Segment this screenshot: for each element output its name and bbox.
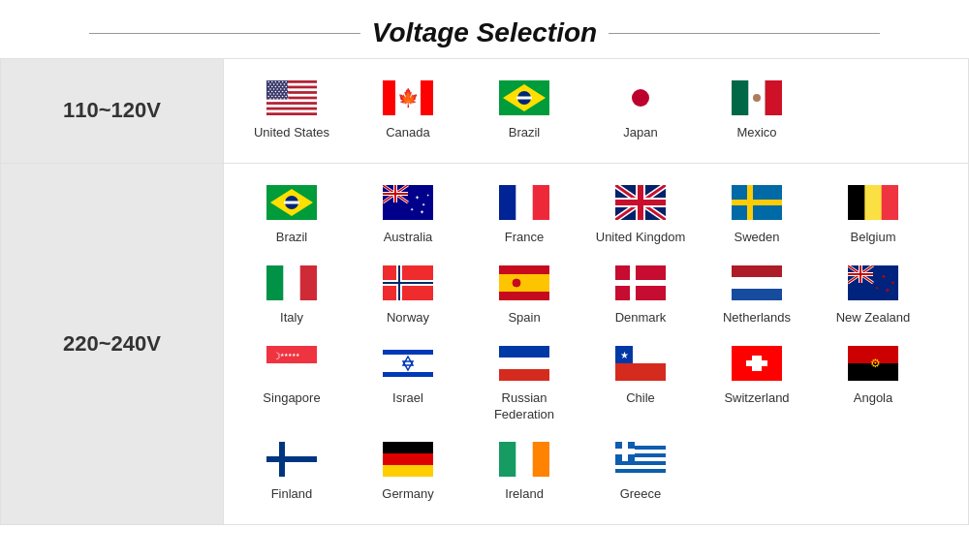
country-name-br: Brazil: [509, 125, 541, 141]
country-name-nz: New Zealand: [836, 310, 911, 327]
svg-point-30: [284, 88, 286, 90]
svg-text:✦: ✦: [420, 209, 424, 215]
svg-point-41: [280, 93, 282, 95]
country-name-cl: Chile: [626, 390, 655, 407]
flag-es: [499, 265, 549, 310]
country-item-sg: ☽ ★★★★★ Singapore: [234, 340, 350, 429]
svg-point-46: [275, 96, 277, 98]
country-item-es: Spain: [466, 260, 582, 332]
svg-rect-116: [383, 282, 433, 284]
flag-gr: [615, 442, 666, 486]
svg-point-18: [284, 83, 286, 85]
flag-us: [266, 80, 317, 125]
country-name-ch: Switzerland: [724, 390, 789, 407]
svg-rect-151: [499, 346, 549, 358]
svg-point-57: [271, 101, 273, 103]
svg-point-42: [284, 93, 286, 95]
country-name-gr: Greece: [620, 486, 662, 503]
country-name-ca: Canada: [386, 125, 430, 141]
svg-point-34: [275, 91, 277, 93]
country-name-fi: Finland: [271, 486, 313, 503]
svg-rect-145: [383, 350, 433, 355]
svg-rect-125: [732, 265, 782, 277]
country-name-au: Australia: [384, 230, 433, 246]
country-name-mx: Mexico: [736, 125, 776, 141]
flag-jp: [615, 80, 666, 125]
svg-text:★: ★: [620, 350, 629, 360]
flag-fr: [499, 185, 549, 230]
svg-rect-6: [266, 109, 317, 112]
svg-point-12: [282, 81, 284, 83]
country-name-it: Italy: [280, 310, 303, 327]
flag-de: [383, 442, 433, 486]
country-item-ru: Russian Federation: [466, 340, 582, 429]
svg-rect-167: [383, 442, 433, 453]
svg-point-45: [271, 96, 273, 98]
svg-text:✦: ✦: [885, 287, 891, 294]
svg-text:🍁: 🍁: [397, 87, 420, 109]
svg-rect-179: [615, 449, 635, 454]
country-name-ao: Angola: [854, 390, 892, 407]
page-title-container: Voltage Selection: [0, 0, 969, 58]
svg-point-23: [278, 86, 280, 88]
flag-nl: [732, 265, 782, 310]
country-item-us: United States: [234, 75, 350, 147]
svg-text:✦: ✦: [422, 202, 425, 207]
svg-rect-93: [499, 185, 516, 220]
country-item-no: Norway: [350, 260, 466, 332]
svg-rect-170: [499, 442, 516, 477]
country-name-gb: United Kingdom: [596, 230, 686, 246]
svg-point-53: [280, 98, 282, 100]
country-item-ie: Ireland: [466, 436, 582, 509]
flag-ru: [499, 346, 549, 390]
svg-point-24: [282, 86, 284, 88]
voltage-row-1: 220~240V Brazil ✦ ✦ ✦ ✦ ✦ Australia: [1, 163, 969, 524]
country-name-ie: Ireland: [505, 486, 544, 503]
country-item-jp: Japan: [582, 75, 699, 147]
country-name-es: Spain: [508, 310, 540, 327]
svg-rect-111: [266, 265, 283, 300]
country-name-no: Norway: [387, 310, 429, 327]
svg-rect-107: [848, 185, 864, 220]
flag-it: [266, 265, 317, 310]
country-item-ca: 🍁 Canada: [350, 75, 466, 147]
country-item-mx: Mexico: [699, 75, 815, 147]
svg-point-56: [267, 101, 269, 103]
country-item-gb: United Kingdom: [582, 179, 699, 252]
svg-point-16: [276, 83, 278, 85]
country-item-nz: ✦ ✦ ✦ ✦ New Zealand: [815, 260, 931, 332]
svg-rect-5: [266, 105, 317, 108]
country-name-il: Israel: [392, 390, 423, 407]
countries-cell-1: Brazil ✦ ✦ ✦ ✦ ✦ Australia France: [224, 163, 969, 524]
flag-se: [732, 185, 782, 230]
country-item-il: Israel: [350, 340, 466, 429]
svg-point-11: [278, 81, 280, 83]
svg-point-43: [287, 93, 289, 95]
svg-point-49: [285, 96, 287, 98]
flag-br: [266, 185, 317, 230]
country-item-nl: Netherlands: [699, 260, 815, 332]
svg-point-8: [267, 81, 269, 83]
country-item-ao: ⚙ Angola: [815, 340, 931, 429]
voltage-label-0: 110~120V: [1, 59, 224, 164]
svg-text:✦: ✦: [410, 206, 414, 212]
flag-sg: ☽ ★★★★★: [266, 346, 317, 390]
svg-point-9: [271, 81, 273, 83]
svg-text:✦: ✦: [415, 195, 420, 201]
svg-rect-175: [615, 465, 666, 469]
svg-point-39: [273, 93, 275, 95]
svg-point-71: [753, 94, 761, 102]
svg-point-35: [278, 91, 280, 93]
country-item-gr: Greece: [582, 436, 699, 509]
country-name-be: Belgium: [851, 230, 896, 246]
country-name-nl: Netherlands: [723, 310, 791, 327]
svg-point-22: [275, 86, 277, 88]
svg-point-17: [280, 83, 282, 85]
svg-rect-108: [882, 185, 898, 220]
svg-point-44: [267, 96, 269, 98]
title-line-left: [89, 33, 360, 34]
country-item-be: Belgium: [815, 179, 931, 252]
flag-nz: ✦ ✦ ✦ ✦: [848, 265, 898, 310]
svg-rect-158: [746, 360, 767, 366]
svg-rect-164: [266, 456, 317, 462]
